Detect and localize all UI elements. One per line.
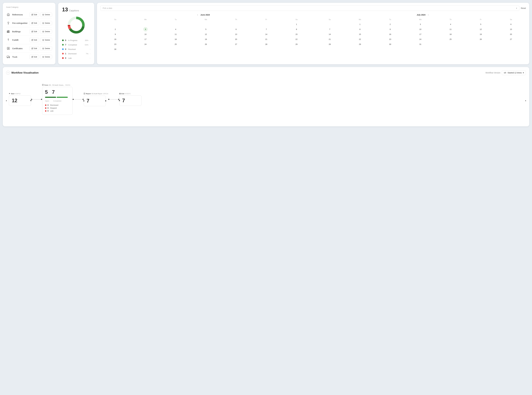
legend-item[interactable]: 5 In Progress 38% ›	[62, 38, 90, 43]
references-edit-button[interactable]: Edit	[29, 12, 39, 17]
cal-header: Mo	[345, 18, 375, 22]
forklift-delete-button[interactable]: Delete	[40, 38, 52, 42]
cal-day[interactable]: 5	[478, 22, 483, 27]
cal-day[interactable]: 16	[113, 37, 117, 41]
cal-day[interactable]: 14	[328, 32, 332, 36]
cal-day[interactable]: 1	[358, 22, 362, 27]
cal-day[interactable]: 17	[143, 37, 148, 41]
cal-day[interactable]: 12	[478, 27, 483, 32]
forklift-edit-button[interactable]: Edit	[29, 38, 39, 42]
truck-edit-button[interactable]: Edit	[29, 55, 39, 59]
cal-day[interactable]: 8	[294, 27, 299, 32]
certificates-delete-button[interactable]: Delete	[40, 46, 52, 50]
cal-day[interactable]: 15	[294, 32, 299, 36]
cal-day[interactable]: 8	[358, 27, 362, 32]
status-item: 0 Stopped	[45, 107, 70, 110]
cal-day[interactable]: 24	[418, 37, 422, 41]
cal-day[interactable]: 2	[113, 27, 117, 32]
buildings-delete-button[interactable]: Delete	[40, 29, 52, 34]
cal-day[interactable]: 13	[234, 32, 238, 36]
wf-connector	[31, 99, 42, 100]
cal-day[interactable]: 9	[388, 27, 392, 32]
cal-day[interactable]: 20	[509, 32, 513, 36]
cal-day[interactable]: 4	[448, 22, 453, 27]
cal-day[interactable]: 29	[294, 42, 299, 46]
reset-button[interactable]: Reset	[521, 7, 526, 9]
cal-day[interactable]: 7	[264, 27, 269, 32]
calendar-month-title: July 2024	[417, 14, 425, 16]
cal-day[interactable]: 16	[388, 32, 392, 36]
fire-extinguisher-edit-button[interactable]: Edit	[29, 21, 39, 25]
workflow-collapse-button[interactable]: −	[6, 71, 10, 75]
legend-item[interactable]: 7 Completed 53% ›	[62, 43, 90, 47]
cal-day[interactable]: 10	[143, 32, 148, 36]
cal-day[interactable]: 17	[418, 32, 422, 36]
cal-day[interactable]: 7	[328, 27, 332, 32]
completed-label: Completed	[53, 100, 61, 102]
legend-item[interactable]: 0 Late ›	[62, 56, 90, 60]
calendar-next-button[interactable]: ›	[427, 13, 429, 16]
legend-item[interactable]: 1 Dismissed 7% ›	[62, 51, 90, 56]
asset-row-certificates: Certificates Edit Delete	[6, 44, 52, 53]
truck-delete-button[interactable]: Delete	[40, 55, 52, 59]
cal-day[interactable]: 6	[509, 22, 513, 27]
cal-day[interactable]: 27	[509, 37, 513, 41]
legend-item[interactable]: 0 Resolved ›	[62, 47, 90, 51]
legend-dot	[62, 48, 64, 50]
cal-day[interactable]: 3	[418, 22, 422, 27]
cal-day[interactable]: 14	[264, 32, 269, 36]
cal-day[interactable]: 2	[388, 22, 392, 27]
cal-day[interactable]: 11	[173, 32, 178, 36]
cal-day[interactable]: 13	[509, 27, 513, 32]
workflow-version-select[interactable]: v8 - Started 12 times ▾	[502, 70, 526, 75]
cal-day[interactable]: 20	[234, 37, 238, 41]
certificates-edit-button[interactable]: Edit	[29, 46, 39, 50]
cal-day[interactable]: 27	[234, 42, 238, 46]
fire-extinguisher-delete-button[interactable]: Delete	[40, 21, 52, 25]
cal-day[interactable]: 26	[478, 37, 483, 41]
cal-day[interactable]: 26	[204, 42, 208, 46]
calendar-prev-button[interactable]: ‹	[196, 13, 199, 16]
cal-day[interactable]: 29	[358, 42, 362, 46]
date-picker-button[interactable]: Pick a date ▾	[100, 5, 519, 11]
cal-day[interactable]: 15	[358, 32, 362, 36]
legend-text: In Progress	[68, 39, 85, 41]
asset-row-truck: Truck Edit Delete	[6, 53, 52, 61]
cal-day[interactable]: 22	[294, 37, 299, 41]
cal-day[interactable]: 23	[113, 42, 117, 46]
cal-day[interactable]: 25	[448, 37, 453, 41]
cal-day[interactable]: 10	[418, 27, 422, 32]
cal-day[interactable]: 11	[448, 27, 453, 32]
cal-day[interactable]: 18	[448, 32, 453, 36]
cal-day[interactable]: 3	[143, 27, 148, 32]
cal-day[interactable]: 28	[328, 42, 332, 46]
asset-card-title: Asset Category	[6, 6, 52, 8]
cal-day[interactable]: 28	[264, 42, 269, 46]
cal-day[interactable]: 30	[388, 42, 392, 46]
cal-day[interactable]: 23	[388, 37, 392, 41]
cal-day[interactable]: 18	[173, 37, 178, 41]
cal-day[interactable]: 1	[294, 22, 299, 27]
node-dot-left	[83, 100, 84, 101]
cal-day[interactable]: 12	[204, 32, 208, 36]
cal-day[interactable]: 22	[358, 37, 362, 41]
cal-day[interactable]: 6	[234, 27, 238, 32]
cal-day[interactable]: 5	[204, 27, 208, 32]
cal-day[interactable]: 4	[173, 27, 178, 32]
buildings-edit-button[interactable]: Edit	[29, 29, 39, 34]
cal-day[interactable]: 31	[418, 42, 422, 46]
cal-day[interactable]: 30	[113, 47, 117, 51]
truck-icon	[6, 55, 11, 59]
cal-day[interactable]: 9	[113, 32, 117, 36]
cal-day[interactable]: 21	[328, 37, 332, 41]
cal-header: We	[191, 18, 221, 22]
cal-day[interactable]: 19	[478, 32, 483, 36]
cal-day[interactable]: 25	[173, 42, 178, 46]
cal-day[interactable]: 21	[264, 37, 269, 41]
cal-day[interactable]: 24	[143, 42, 148, 46]
cal-day[interactable]: 19	[204, 37, 208, 41]
truck-name: Truck	[12, 56, 29, 58]
references-delete-button[interactable]: Delete	[40, 12, 52, 17]
node-box: 12	[9, 95, 31, 106]
node-label: Start	[11, 93, 14, 94]
